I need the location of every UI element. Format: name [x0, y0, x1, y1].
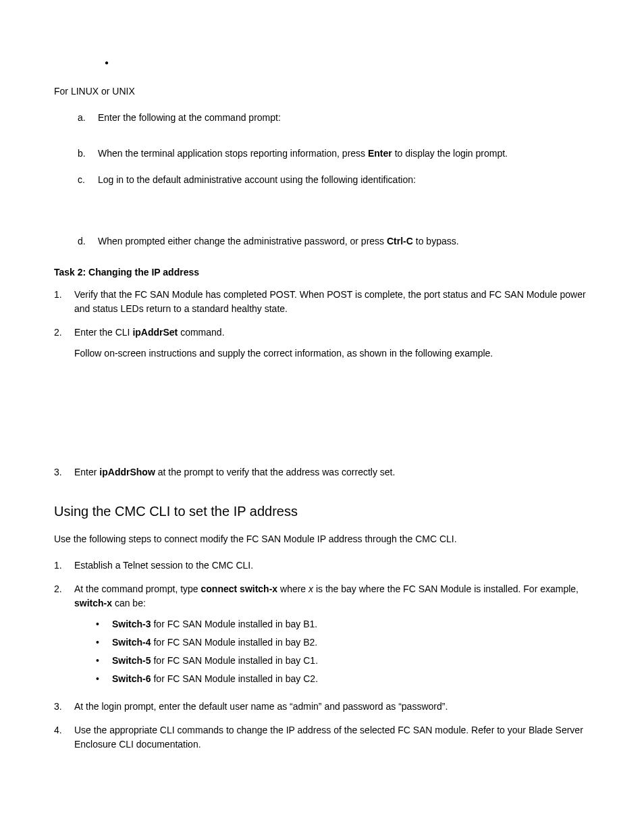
dot-icon: • [96, 617, 112, 631]
task2-step1-content: Verify that the FC SAN Module has comple… [74, 288, 590, 316]
step-b-bold: Enter [368, 148, 392, 159]
section-step2-text3: is the bay where the FC SAN Module is in… [313, 583, 579, 594]
task2-step3-bold: ipAddrShow [99, 467, 155, 477]
step-d-text1: When prompted either change the administ… [98, 236, 387, 246]
section-step3-content: At the login prompt, enter the default u… [74, 700, 590, 714]
step-a-marker: a. [78, 111, 98, 125]
step-b: b. When the terminal application stops r… [78, 147, 590, 161]
step-d-bold: Ctrl-C [387, 236, 413, 246]
sub-bullet-3-bold: Switch-6 [112, 673, 151, 684]
step-c: c. Log in to the default administrative … [78, 173, 590, 187]
sub-bullet-1-bold: Switch-4 [112, 637, 151, 648]
step-b-content: When the terminal application stops repo… [98, 147, 590, 161]
section-list: 1. Establish a Telnet session to the CMC… [54, 558, 590, 752]
bullet-marker: ● [105, 57, 590, 68]
sub-bullet-0: • Switch-3 for FC SAN Module installed i… [96, 617, 590, 631]
step-b-text1: When the terminal application stops repo… [98, 148, 368, 159]
step-a-content: Enter the following at the command promp… [98, 111, 590, 125]
sub-bullet-2-bold: Switch-5 [112, 655, 151, 666]
preamble-text: For LINUX or UNIX [54, 84, 590, 99]
sub-bullet-2-content: Switch-5 for FC SAN Module installed in … [112, 654, 318, 668]
sub-bullet-3-text: for FC SAN Module installed in bay C2. [151, 673, 318, 684]
section-step2-text4: can be: [112, 598, 146, 608]
letter-list: a. Enter the following at the command pr… [78, 111, 590, 249]
step-a: a. Enter the following at the command pr… [78, 111, 590, 125]
sub-bullet-3: • Switch-6 for FC SAN Module installed i… [96, 672, 590, 686]
task2-step2-text1: Enter the CLI [74, 327, 132, 338]
section-step2-bullets: • Switch-3 for FC SAN Module installed i… [74, 617, 590, 686]
section-step2: 2. At the command prompt, type connect s… [54, 582, 590, 690]
task2-step3-marker: 3. [54, 465, 74, 479]
task2-step2: 2. Enter the CLI ipAddrSet command. Foll… [54, 325, 590, 361]
section-step2-content: At the command prompt, type connect swit… [74, 582, 590, 690]
task2-step2-marker: 2. [54, 325, 74, 361]
section-step2-text2: where [277, 583, 308, 594]
sub-bullet-3-content: Switch-6 for FC SAN Module installed in … [112, 672, 318, 686]
step-d-content: When prompted either change the administ… [98, 234, 590, 249]
sub-bullet-0-content: Switch-3 for FC SAN Module installed in … [112, 617, 317, 631]
step-d: d. When prompted either change the admin… [78, 234, 590, 249]
section-step2-bold1: connect switch-x [201, 583, 278, 594]
task2-heading: Task 2: Changing the IP address [54, 265, 590, 280]
section-step2-bold2: switch-x [74, 598, 112, 608]
task2-step2-text2: command. [178, 327, 224, 338]
task2-step3: 3. Enter ipAddrShow at the prompt to ver… [54, 465, 590, 479]
task2-step3-content: Enter ipAddrShow at the prompt to verify… [74, 465, 590, 479]
task2-step3-text1: Enter [74, 467, 99, 477]
sub-bullet-1: • Switch-4 for FC SAN Module installed i… [96, 635, 590, 650]
step-c-content: Log in to the default administrative acc… [98, 173, 590, 187]
sub-bullet-0-bold: Switch-3 [112, 619, 151, 629]
step-c-marker: c. [78, 173, 98, 187]
section-intro: Use the following steps to connect modif… [54, 532, 590, 546]
dot-icon: • [96, 672, 112, 686]
sub-bullet-1-content: Switch-4 for FC SAN Module installed in … [112, 635, 317, 650]
dot-icon: • [96, 654, 112, 668]
step-b-text2: to display the login prompt. [392, 148, 508, 159]
section-step3-marker: 3. [54, 700, 74, 714]
section-step3: 3. At the login prompt, enter the defaul… [54, 700, 590, 714]
task2-step2-content: Enter the CLI ipAddrSet command. Follow … [74, 325, 590, 361]
step-d-marker: d. [78, 234, 98, 249]
section-step4-marker: 4. [54, 723, 74, 752]
sub-bullet-0-text: for FC SAN Module installed in bay B1. [151, 619, 318, 629]
step-b-marker: b. [78, 147, 98, 161]
task2-list: 1. Verify that the FC SAN Module has com… [54, 288, 590, 479]
task2-step1: 1. Verify that the FC SAN Module has com… [54, 288, 590, 316]
task2-step2-bold: ipAddrSet [132, 327, 178, 338]
sub-bullet-2: • Switch-5 for FC SAN Module installed i… [96, 654, 590, 668]
sub-bullet-2-text: for FC SAN Module installed in bay C1. [151, 655, 318, 666]
section-step4: 4. Use the appropriate CLI commands to c… [54, 723, 590, 752]
section-step4-content: Use the appropriate CLI commands to chan… [74, 723, 590, 752]
sub-bullet-1-text: for FC SAN Module installed in bay B2. [151, 637, 318, 648]
section-step1: 1. Establish a Telnet session to the CMC… [54, 558, 590, 573]
section-step1-marker: 1. [54, 558, 74, 573]
task2-step3-text2: at the prompt to verify that the address… [155, 467, 396, 477]
task2-step2-follow: Follow on-screen instructions and supply… [74, 346, 590, 361]
section-step2-marker: 2. [54, 582, 74, 690]
section-step2-italic: x [308, 583, 313, 594]
step-d-text2: to bypass. [413, 236, 459, 246]
section-heading: Using the CMC CLI to set the IP address [54, 501, 590, 521]
dot-icon: • [96, 635, 112, 650]
task2-step1-marker: 1. [54, 288, 74, 316]
section-step2-text1: At the command prompt, type [74, 583, 201, 594]
section-step1-content: Establish a Telnet session to the CMC CL… [74, 558, 590, 573]
